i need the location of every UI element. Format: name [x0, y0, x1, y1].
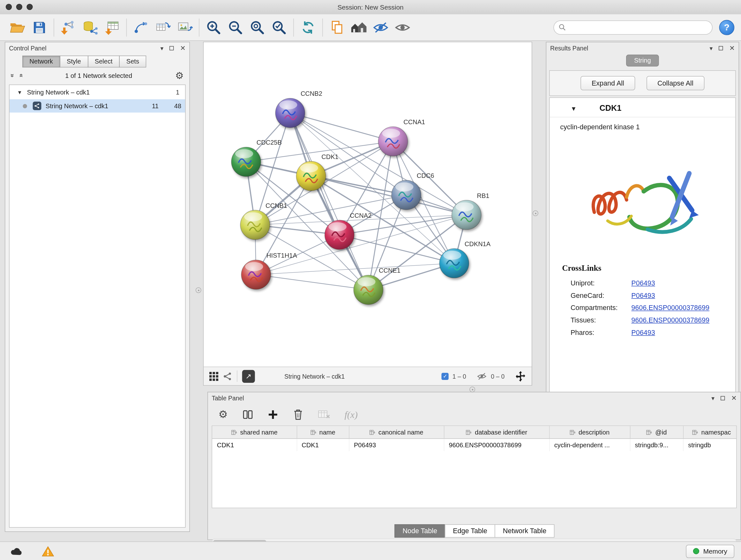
splitter-handle[interactable] [533, 210, 538, 216]
network-row-selected[interactable]: String Network – cdk1 11 48 [10, 99, 185, 113]
import-network-database-button[interactable] [79, 17, 101, 38]
gene-section-header[interactable]: ▼ CDK1 [550, 98, 736, 117]
tab-network-table[interactable]: Network Table [495, 524, 555, 538]
add-column-button[interactable] [268, 409, 278, 420]
cell-canonical-name[interactable]: P06493 [349, 439, 444, 451]
column-header[interactable]: shared name [212, 426, 297, 438]
collapse-all-button[interactable]: Collapse All [647, 76, 704, 90]
sort-column-icon [569, 429, 576, 435]
tab-style[interactable]: Style [60, 56, 88, 67]
table-settings-button[interactable]: ⚙ [218, 409, 227, 420]
memory-button[interactable]: Memory [686, 544, 734, 558]
panel-close-icon[interactable]: ✕ [729, 45, 735, 51]
function-builder-button[interactable]: f(x) [345, 409, 358, 420]
string-view-button[interactable] [223, 372, 232, 381]
hide-graphics-button[interactable] [370, 17, 392, 38]
column-header[interactable]: database identifier [444, 426, 549, 438]
splitter-handle[interactable] [469, 387, 475, 392]
tab-network[interactable]: Network [22, 56, 60, 67]
toolbar-separator [54, 18, 54, 37]
network-collection-row[interactable]: ▼ String Network – cdk1 1 [10, 85, 185, 99]
new-network-button[interactable] [130, 17, 152, 38]
crosslink-link[interactable]: 9606.ENSP00000378699 [631, 316, 710, 324]
gear-icon[interactable]: ⚙ [175, 71, 184, 80]
open-session-button[interactable] [7, 17, 28, 38]
collection-count: 1 [176, 88, 179, 96]
control-panel-header: Control Panel ▾ ✕ [5, 42, 189, 54]
cell-description[interactable]: cyclin-dependent ... [549, 439, 630, 451]
panel-menu-icon[interactable]: ▾ [710, 45, 713, 51]
expand-all-icon[interactable]: » [9, 74, 17, 78]
tab-node-table[interactable]: Node Table [394, 524, 445, 538]
collapse-all-icon[interactable]: » [17, 74, 24, 78]
new-network-icon [133, 20, 149, 35]
zoom-selected-button[interactable] [268, 17, 290, 38]
show-graphics-button[interactable] [392, 17, 413, 38]
zoom-fit-button[interactable] [246, 17, 268, 38]
import-network-file-button[interactable] [57, 17, 79, 38]
fx-icon: f(x) [345, 409, 358, 420]
splitter-handle[interactable] [196, 287, 201, 293]
refresh-icon [300, 20, 316, 35]
show-columns-button[interactable] [242, 409, 253, 421]
refresh-button[interactable] [297, 17, 319, 38]
panel-float-icon[interactable] [170, 46, 174, 50]
crosslink-link[interactable]: P06493 [631, 328, 655, 336]
warnings-button[interactable] [39, 545, 57, 557]
grid-view-button[interactable] [209, 372, 218, 381]
column-header[interactable]: description [549, 426, 630, 438]
zoom-in-button[interactable] [203, 17, 224, 38]
current-network-dot-icon [23, 104, 27, 108]
panel-float-icon[interactable] [721, 396, 725, 400]
warning-icon [42, 546, 54, 557]
paste-button[interactable] [326, 17, 348, 38]
expand-all-button[interactable]: Expand All [581, 76, 635, 90]
documents-icon [329, 20, 345, 35]
panel-close-icon[interactable]: ✕ [180, 45, 185, 51]
tab-string[interactable]: String [626, 55, 659, 66]
collapse-triangle-icon[interactable]: ▼ [570, 105, 577, 112]
cell-database-identifier[interactable]: 9606.ENSP00000378699 [444, 439, 549, 451]
panel-menu-icon[interactable]: ▾ [160, 45, 163, 51]
table-panel-title: Table Panel [212, 394, 244, 401]
panel-close-icon[interactable]: ✕ [731, 395, 737, 401]
panel-menu-icon[interactable]: ▾ [711, 395, 715, 401]
home-button[interactable] [348, 17, 369, 38]
sort-column-icon [466, 429, 472, 435]
selected-checkbox-icon[interactable]: ✓ [442, 373, 449, 380]
cloud-status-button[interactable] [7, 546, 26, 557]
import-table-button[interactable] [101, 17, 123, 38]
crosslink-link[interactable]: 9606.ENSP00000378699 [631, 304, 710, 312]
cell-name[interactable]: CDK1 [297, 439, 349, 451]
network-canvas[interactable]: CCNB2CCNA1CDC25BCDK1CDC6RB1CCNB1CCNA2CDK… [204, 42, 532, 367]
crosslink-label: GeneCard: [570, 292, 631, 299]
table-row[interactable]: CDK1 CDK1 P06493 9606.ENSP00000378699 cy… [212, 439, 737, 451]
tab-sets[interactable]: Sets [119, 56, 146, 67]
control-panel: Control Panel ▾ ✕ Network Style Select S… [5, 42, 190, 532]
delete-table-button[interactable] [318, 409, 330, 420]
help-icon: ? [724, 22, 730, 33]
column-header[interactable]: name [297, 426, 349, 438]
help-button[interactable]: ? [719, 20, 735, 35]
crosslink-link[interactable]: P06493 [631, 292, 655, 299]
column-header[interactable]: canonical name [349, 426, 444, 438]
birdseye-view-button[interactable]: ↗ [242, 370, 255, 382]
sort-column-icon [369, 429, 376, 435]
move-crosshair-icon[interactable] [515, 371, 526, 381]
collapse-triangle-icon[interactable]: ▼ [17, 89, 22, 95]
tab-select[interactable]: Select [87, 56, 119, 67]
network-from-table-button[interactable] [152, 17, 174, 38]
tab-edge-table[interactable]: Edge Table [445, 524, 495, 538]
search-input[interactable] [569, 23, 707, 31]
delete-column-button[interactable] [292, 408, 304, 421]
export-image-button[interactable] [174, 17, 195, 38]
column-header[interactable]: namespac [683, 426, 737, 438]
cell-namespace[interactable]: stringdb [683, 439, 737, 451]
panel-float-icon[interactable] [719, 46, 723, 50]
zoom-out-button[interactable] [225, 17, 246, 38]
save-session-button[interactable] [28, 17, 50, 38]
cell-id[interactable]: stringdb:9... [630, 439, 683, 451]
cell-shared-name[interactable]: CDK1 [212, 439, 297, 451]
crosslink-link[interactable]: P06493 [631, 279, 655, 287]
column-header[interactable]: @id [630, 426, 683, 438]
